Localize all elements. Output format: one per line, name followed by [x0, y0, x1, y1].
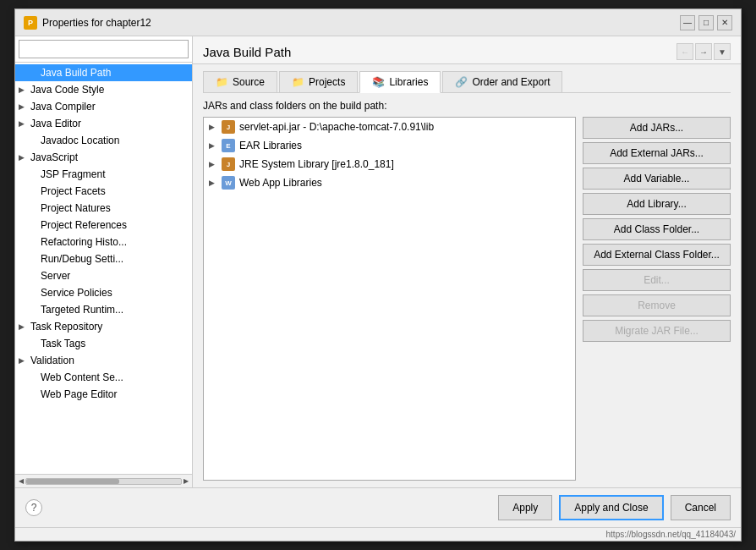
action-btn-add-jars[interactable]: Add JARs... — [583, 117, 731, 139]
bottom-right: Apply Apply and Close Cancel — [498, 495, 731, 520]
action-btn-add-variable[interactable]: Add Variable... — [583, 168, 731, 190]
apply-close-button[interactable]: Apply and Close — [559, 495, 663, 520]
jar-icon-ear-libraries: E — [222, 139, 235, 152]
jar-item-arrow-ear-libraries: ▶ — [209, 141, 217, 150]
section-label: JARs and class folders on the build path… — [203, 100, 731, 112]
sidebar-item-label-targeted-runtime: Targeted Runtim... — [41, 304, 123, 316]
action-btn-remove: Remove — [583, 294, 731, 316]
help-button[interactable]: ? — [25, 499, 42, 516]
sidebar-item-project-natures[interactable]: Project Natures — [15, 200, 192, 217]
horizontal-scrollbar-track[interactable] — [25, 478, 182, 485]
action-btn-migrate-jar: Migrate JAR File... — [583, 320, 731, 342]
jar-item-web-app-libraries[interactable]: ▶WWeb App Libraries — [204, 173, 575, 192]
bottom-bar: ? Apply Apply and Close Cancel — [15, 487, 741, 527]
jar-icon-servlet-api: J — [222, 120, 235, 134]
jar-list: ▶Jservlet-api.jar - D:\apache-tomcat-7.0… — [203, 117, 576, 481]
tab-order-export[interactable]: 🔗Order and Export — [442, 71, 562, 92]
tab-source[interactable]: 📁Source — [203, 71, 277, 92]
expand-arrow-java-editor: ▶ — [19, 119, 27, 128]
title-bar: P Properties for chapter12 — □ ✕ — [15, 9, 741, 36]
jar-item-jre-system-library[interactable]: ▶JJRE System Library [jre1.8.0_181] — [204, 155, 575, 173]
jar-label-ear-libraries: EAR Libraries — [239, 140, 302, 151]
jar-item-ear-libraries[interactable]: ▶EEAR Libraries — [204, 136, 575, 155]
sidebar-item-label-project-natures: Project Natures — [41, 202, 111, 214]
action-btn-add-external-class-folder[interactable]: Add External Class Folder... — [583, 244, 731, 266]
nav-dropdown-button[interactable]: ▼ — [714, 43, 731, 60]
content-header: Java Build Path ← → ▼ — [193, 36, 741, 64]
sidebar-item-project-facets[interactable]: Project Facets — [15, 183, 192, 200]
minimize-button[interactable]: — — [680, 15, 695, 30]
sidebar-item-label-service-policies: Service Policies — [41, 287, 112, 299]
close-button[interactable]: ✕ — [717, 15, 732, 30]
dialog-icon: P — [24, 16, 37, 30]
scroll-left-arrow[interactable]: ◀ — [19, 477, 24, 485]
jar-item-arrow-servlet-api: ▶ — [209, 123, 217, 131]
properties-dialog: P Properties for chapter12 — □ ✕ Java Bu… — [14, 8, 742, 542]
sidebar-item-label-java-editor: Java Editor — [30, 118, 81, 129]
apply-button[interactable]: Apply — [498, 495, 552, 520]
sidebar-item-service-policies[interactable]: Service Policies — [15, 284, 192, 301]
sidebar-scrollbar: ◀ ▶ — [15, 474, 192, 487]
cancel-button[interactable]: Cancel — [671, 495, 731, 520]
sidebar-item-label-java-build-path: Java Build Path — [41, 67, 111, 79]
jar-label-servlet-api: servlet-api.jar - D:\apache-tomcat-7.0.9… — [239, 121, 434, 133]
sidebar-item-java-editor[interactable]: ▶Java Editor — [15, 115, 192, 132]
dialog-body: Java Build Path▶Java Code Style▶Java Com… — [15, 36, 741, 487]
sidebar-item-task-tags[interactable]: Task Tags — [15, 335, 192, 352]
title-controls: — □ ✕ — [680, 15, 732, 30]
sidebar-item-java-code-style[interactable]: ▶Java Code Style — [15, 81, 192, 98]
sidebar: Java Build Path▶Java Code Style▶Java Com… — [15, 36, 193, 487]
tab-libraries[interactable]: 📚Libraries — [359, 71, 441, 93]
sidebar-item-validation[interactable]: ▶Validation — [15, 352, 192, 369]
jar-label-web-app-libraries: Web App Libraries — [239, 177, 322, 189]
content-title: Java Build Path — [203, 45, 291, 59]
sidebar-item-label-web-page-editor: Web Page Editor — [41, 388, 118, 400]
sidebar-search-area — [15, 36, 192, 63]
action-btn-edit: Edit... — [583, 269, 731, 291]
expand-arrow-java-compiler: ▶ — [19, 102, 27, 111]
tab-label-order-export: Order and Export — [472, 76, 550, 88]
sidebar-item-jsp-fragment[interactable]: JSP Fragment — [15, 166, 192, 183]
tab-icon-libraries: 📚 — [372, 76, 385, 88]
sidebar-item-label-javascript: JavaScript — [30, 151, 78, 163]
sidebar-item-javadoc-location[interactable]: Javadoc Location — [15, 132, 192, 149]
action-btn-add-external-jars[interactable]: Add External JARs... — [583, 142, 731, 164]
sidebar-item-server[interactable]: Server — [15, 267, 192, 284]
sidebar-item-label-java-compiler: Java Compiler — [30, 101, 96, 113]
sidebar-item-label-project-references: Project References — [41, 219, 127, 231]
action-btn-add-library[interactable]: Add Library... — [583, 193, 731, 215]
sidebar-item-java-compiler[interactable]: ▶Java Compiler — [15, 98, 192, 115]
sidebar-item-label-server: Server — [41, 270, 70, 282]
build-path-area: ▶Jservlet-api.jar - D:\apache-tomcat-7.0… — [203, 117, 731, 481]
sidebar-item-task-repository[interactable]: ▶Task Repository — [15, 318, 192, 335]
sidebar-item-refactoring-history[interactable]: Refactoring Histo... — [15, 234, 192, 250]
sidebar-list: Java Build Path▶Java Code Style▶Java Com… — [15, 63, 192, 474]
sidebar-item-label-refactoring-history: Refactoring Histo... — [41, 236, 127, 248]
jar-item-servlet-api[interactable]: ▶Jservlet-api.jar - D:\apache-tomcat-7.0… — [204, 118, 575, 136]
sidebar-item-label-task-tags: Task Tags — [41, 338, 85, 349]
sidebar-item-label-validation: Validation — [30, 355, 74, 366]
sidebar-search-input[interactable] — [19, 40, 189, 58]
sidebar-item-web-page-editor[interactable]: Web Page Editor — [15, 386, 192, 403]
sidebar-item-label-project-facets: Project Facets — [41, 185, 106, 197]
buttons-panel: Add JARs...Add External JARs...Add Varia… — [583, 117, 731, 481]
content-inner: 📁Source📁Projects📚Libraries🔗Order and Exp… — [193, 64, 741, 487]
tab-icon-projects: 📁 — [292, 76, 304, 88]
scroll-right-arrow[interactable]: ▶ — [184, 477, 189, 485]
action-btn-add-class-folder[interactable]: Add Class Folder... — [583, 218, 731, 240]
nav-forward-button[interactable]: → — [695, 43, 712, 60]
nav-back-button[interactable]: ← — [677, 43, 693, 60]
expand-arrow-javascript: ▶ — [19, 153, 27, 162]
tab-projects[interactable]: 📁Projects — [279, 71, 358, 92]
sidebar-item-javascript[interactable]: ▶JavaScript — [15, 149, 192, 166]
jar-item-arrow-web-app-libraries: ▶ — [209, 179, 217, 187]
horizontal-scrollbar-thumb — [26, 479, 119, 484]
sidebar-item-web-content-settings[interactable]: Web Content Se... — [15, 369, 192, 386]
sidebar-item-run-debug-settings[interactable]: Run/Debug Setti... — [15, 250, 192, 267]
tab-label-libraries: Libraries — [389, 76, 428, 88]
maximize-button[interactable]: □ — [698, 15, 714, 30]
tab-icon-source: 📁 — [216, 76, 228, 88]
sidebar-item-java-build-path[interactable]: Java Build Path — [15, 64, 192, 81]
sidebar-item-project-references[interactable]: Project References — [15, 217, 192, 234]
sidebar-item-targeted-runtime[interactable]: Targeted Runtim... — [15, 301, 192, 318]
